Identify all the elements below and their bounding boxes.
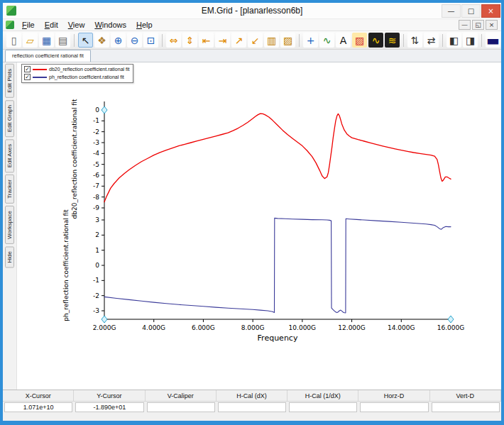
side-tab-edit-axes[interactable]: Edit Axes bbox=[5, 139, 14, 172]
svg-text:-1: -1 bbox=[93, 277, 99, 284]
menu-edit[interactable]: Edit bbox=[40, 20, 63, 30]
caption-buttons: — □ × bbox=[441, 4, 501, 18]
save-icon[interactable]: ▦ bbox=[39, 33, 54, 48]
svg-text:8.000G: 8.000G bbox=[241, 324, 265, 331]
menu-view[interactable]: View bbox=[63, 20, 90, 30]
toolbar-separator bbox=[74, 34, 75, 47]
scale-h-icon[interactable]: ⇔ bbox=[166, 33, 181, 48]
svg-text:6.000G: 6.000G bbox=[192, 324, 215, 331]
scale-v-icon[interactable]: ⇕ bbox=[182, 33, 197, 48]
svg-text:-6: -6 bbox=[93, 172, 99, 179]
half-right-icon[interactable]: ◨ bbox=[463, 33, 478, 48]
svg-text:10.000G: 10.000G bbox=[289, 324, 316, 331]
side-tab-workspace[interactable]: Workspace bbox=[5, 206, 14, 244]
half-left-icon[interactable]: ◧ bbox=[447, 33, 461, 48]
open-icon[interactable]: ▱ bbox=[23, 33, 38, 48]
tab-reflection-coefficient-rational-fit[interactable]: reflection coefficient rational fit bbox=[5, 50, 91, 62]
tab-bar: reflection coefficient rational fit bbox=[3, 50, 501, 62]
grid-b-icon[interactable]: ▨ bbox=[280, 33, 295, 48]
status-header: Y-Cursor bbox=[74, 390, 145, 402]
side-tab-edit-plots[interactable]: Edit Plots bbox=[5, 64, 14, 98]
legend-checkbox[interactable]: ✓ bbox=[24, 66, 31, 72]
status-header: Vert-D bbox=[430, 390, 501, 402]
menu-help[interactable]: Help bbox=[131, 20, 158, 30]
mdi-controls: — ◱ × bbox=[459, 20, 500, 30]
legend-item: ✓ph_reflection coefficient.rational fit bbox=[24, 73, 130, 81]
svg-text:-7: -7 bbox=[93, 182, 99, 189]
spline-icon[interactable]: ∿ bbox=[319, 33, 334, 48]
print-icon[interactable]: ▤ bbox=[55, 33, 70, 48]
fit-down-icon[interactable]: ↙ bbox=[248, 33, 263, 48]
shift-left-icon[interactable]: ⇤ bbox=[199, 33, 214, 48]
svg-text:3: 3 bbox=[95, 216, 99, 223]
status-header: X-Cursor bbox=[3, 390, 74, 402]
new-icon[interactable]: ▯ bbox=[6, 33, 21, 48]
zoom-in-icon[interactable]: ⊕ bbox=[111, 33, 126, 48]
status-header: V-Caliper bbox=[146, 390, 217, 402]
legend-line-sample bbox=[33, 69, 47, 70]
maximize-button[interactable]: □ bbox=[461, 4, 481, 18]
pan-icon[interactable]: ❖ bbox=[94, 33, 109, 48]
svg-text:4.000G: 4.000G bbox=[142, 324, 165, 331]
add-marker-icon[interactable]: + bbox=[303, 33, 318, 48]
zoom-region-icon[interactable]: ⊡ bbox=[143, 33, 158, 48]
menu-windows[interactable]: Windows bbox=[89, 20, 131, 30]
svg-text:-4: -4 bbox=[93, 150, 99, 157]
status-headers: X-CursorY-CursorV-CaliperH-Cal (dX)H-Cal… bbox=[3, 390, 501, 402]
svg-text:16.000G: 16.000G bbox=[437, 324, 464, 331]
menu-bar: FileEditViewWindowsHelp — ◱ × bbox=[3, 18, 501, 31]
plot-panel: ✓db20_reflection coefficient.rational fi… bbox=[17, 62, 501, 390]
status-value: 1.071e+10 bbox=[4, 402, 72, 412]
legend-label: ph_reflection coefficient.rational fit bbox=[49, 74, 124, 79]
app-icon bbox=[6, 6, 16, 16]
toolbar-separator bbox=[162, 34, 163, 47]
dark-spectrum-icon[interactable]: ≋ bbox=[385, 33, 400, 48]
status-value bbox=[360, 402, 428, 412]
svg-text:1: 1 bbox=[95, 247, 99, 254]
toolbar-separator bbox=[481, 34, 482, 47]
shift-right-icon[interactable]: ⇥ bbox=[215, 33, 230, 48]
document-icon[interactable] bbox=[6, 21, 14, 29]
mdi-minimize-button[interactable]: — bbox=[459, 20, 471, 30]
side-tabs: Edit PlotsEdit GraphEdit AxesTrackerWork… bbox=[3, 62, 17, 390]
mdi-restore-button[interactable]: ◱ bbox=[472, 20, 484, 30]
side-tab-tracker[interactable]: Tracker bbox=[5, 175, 14, 204]
close-button[interactable]: × bbox=[481, 4, 500, 18]
minimize-button[interactable]: — bbox=[442, 4, 461, 18]
toolbar-icons: ▯▱▦▤↖❖⊕⊖⊡⇔⇕⇤⇥↗↙▥▨+∿A▨∿≋⇅⇄◧◨▬ bbox=[6, 33, 501, 48]
dark-wave-icon[interactable]: ∿ bbox=[368, 33, 383, 48]
palette-icon[interactable]: ▨ bbox=[352, 33, 367, 48]
cursor-diamond-marker bbox=[448, 316, 454, 323]
svg-text:12.000G: 12.000G bbox=[338, 324, 365, 331]
svg-text:2.000G: 2.000G bbox=[93, 324, 116, 331]
svg-text:-2: -2 bbox=[93, 292, 99, 299]
content-area: Edit PlotsEdit GraphEdit AxesTrackerWork… bbox=[3, 62, 501, 390]
status-value bbox=[432, 402, 500, 412]
menu-file[interactable]: File bbox=[17, 20, 40, 30]
side-tab-edit-graph[interactable]: Edit Graph bbox=[5, 100, 14, 137]
svg-text:db20_reflection coefficient.ra: db20_reflection coefficient.rational fit bbox=[71, 99, 78, 219]
zoom-out-icon[interactable]: ⊖ bbox=[127, 33, 142, 48]
svg-text:-8: -8 bbox=[93, 194, 99, 201]
menu-items: FileEditViewWindowsHelp bbox=[17, 20, 158, 30]
text-icon[interactable]: A bbox=[336, 33, 351, 48]
legend-checkbox[interactable]: ✓ bbox=[24, 74, 31, 80]
legend-line-sample bbox=[33, 77, 47, 78]
svg-text:-3: -3 bbox=[93, 139, 99, 146]
status-values: 1.071e+10-1.890e+01 bbox=[3, 402, 501, 413]
status-header: H-Cal (dX) bbox=[217, 390, 287, 402]
svg-text:0: 0 bbox=[95, 262, 99, 269]
select-icon[interactable]: ↖ bbox=[78, 33, 93, 48]
svg-text:-1: -1 bbox=[93, 117, 99, 124]
caliper-h-icon[interactable]: ⇄ bbox=[424, 33, 439, 48]
cursor-diamond-marker bbox=[102, 316, 107, 323]
caliper-v-icon[interactable]: ⇅ bbox=[407, 33, 422, 48]
svg-text:-9: -9 bbox=[93, 204, 99, 211]
mdi-close-button[interactable]: × bbox=[486, 20, 498, 30]
grid-a-icon[interactable]: ▥ bbox=[264, 33, 279, 48]
chart-svg[interactable]: 0-1-2-3-4-5-6-7-8-9db20_reflection coeff… bbox=[17, 62, 501, 390]
side-tab-hide[interactable]: Hide bbox=[5, 246, 14, 267]
line-style-icon[interactable]: ▬ bbox=[486, 33, 500, 48]
fit-up-icon[interactable]: ↗ bbox=[231, 33, 246, 48]
svg-text:-5: -5 bbox=[93, 161, 99, 168]
